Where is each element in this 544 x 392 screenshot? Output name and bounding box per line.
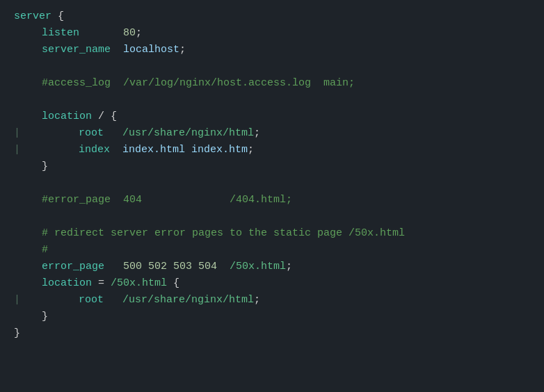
line-13 [14,209,530,225]
keyword-location-1: location [42,108,92,125]
bar-icon: | [14,125,20,142]
keyword-error-page: error_page [42,259,104,275]
line-2: listen 80 ; [14,25,530,42]
line-18: | root /usr/share/nginx/html ; [14,292,530,309]
bar-icon-3: | [14,292,20,309]
line-17: location = /50x.html { [14,275,530,292]
line-1: server { [14,8,530,25]
comment-error-page-404: #error_page 404 /404.html; [42,192,292,209]
line-15: # [14,242,530,259]
keyword-index: index [79,142,110,158]
keyword-listen: listen [42,25,79,42]
line-6 [14,92,530,108]
line-20: } [14,325,530,342]
comment-hash: # [42,242,48,259]
line-3: server_name localhost ; [14,42,530,58]
value-80: 80 [123,25,136,42]
line-14: # redirect server error pages to the sta… [14,225,530,242]
line-5: #access_log /var/log/nginx/host.access.l… [14,75,530,92]
value-root-path-1: /usr/share/nginx/html [122,125,254,142]
line-4 [14,58,530,75]
line-8: | root /usr/share/nginx/html ; [14,125,530,142]
comment-access-log: #access_log /var/log/nginx/host.access.l… [42,75,355,92]
keyword-root-1: root [79,125,104,142]
code-editor: server { listen 80 ; server_name localho… [0,0,544,392]
keyword-server-name: server_name [42,42,111,58]
line-12: #error_page 404 /404.html; [14,192,530,209]
keyword-location-2: location [42,275,92,292]
line-16: error_page 500 502 503 504 /50x.html ; [14,259,530,275]
value-error-codes: 500 502 503 504 [123,259,217,275]
value-index-html: index.html index.htm [122,142,248,158]
line-9: | index index.html index.htm ; [14,142,530,158]
line-11 [14,175,530,192]
keyword-server: server [14,8,51,25]
value-root-path-2: /usr/share/nginx/html [122,292,254,309]
comment-redirect: # redirect server error pages to the sta… [42,225,405,242]
value-50x-path: /50x.html [230,259,286,275]
value-localhost: localhost [123,42,179,58]
line-7: location / { [14,108,530,125]
bar-icon-2: | [14,142,20,158]
line-10: } [14,158,530,175]
value-50x-location: /50x.html [111,275,167,292]
keyword-root-2: root [79,292,104,309]
line-19: } [14,309,530,325]
